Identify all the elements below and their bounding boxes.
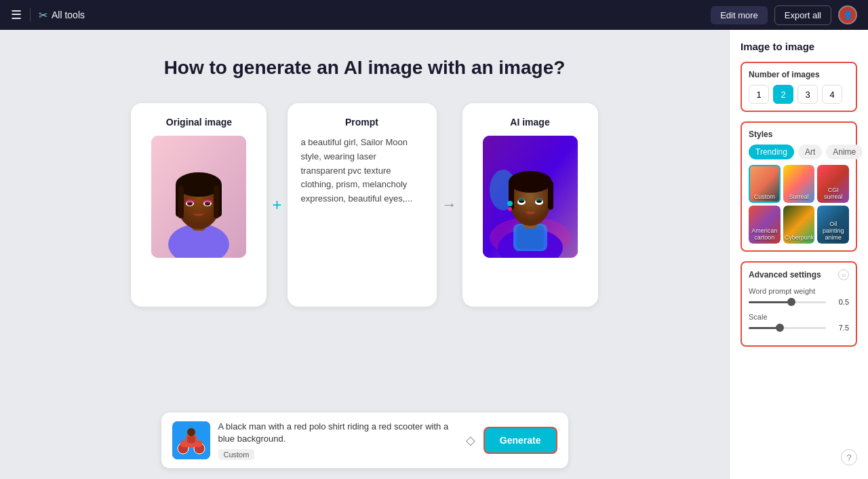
svg-rect-6: [178, 186, 184, 218]
style-tabs: Trending Art Anime: [749, 145, 849, 159]
style-item-cyberpunk[interactable]: Cyberpunk: [783, 206, 815, 244]
word-prompt-label: Word prompt weight: [749, 287, 849, 295]
style-item-american[interactable]: American cartoon: [749, 206, 781, 244]
generate-button[interactable]: Generate: [484, 427, 557, 454]
number-button-4[interactable]: 4: [822, 85, 842, 104]
scale-slider-track[interactable]: [749, 327, 826, 329]
ai-image: [483, 136, 578, 258]
ai-label: AI image: [510, 117, 549, 128]
svg-point-27: [508, 207, 512, 211]
svg-point-23: [509, 171, 552, 193]
number-button-1[interactable]: 1: [749, 85, 769, 104]
number-label: Number of images: [749, 70, 849, 79]
word-prompt-slider-fill: [749, 301, 791, 303]
ai-image-card: AI image: [462, 103, 598, 307]
export-all-button[interactable]: Export all: [774, 5, 831, 25]
style-name-cyberpunk: Cyberpunk: [783, 233, 815, 242]
svg-point-13: [185, 199, 195, 204]
svg-point-33: [536, 198, 542, 201]
style-item-surreal[interactable]: Surreal: [783, 165, 815, 203]
style-name-oilpaint: Oil painting anime: [817, 219, 849, 242]
avatar[interactable]: 👤: [838, 5, 857, 24]
word-prompt-slider-thumb[interactable]: [787, 298, 795, 306]
tools-icon: ✂: [39, 9, 47, 22]
svg-rect-40: [187, 436, 195, 443]
word-prompt-value: 0.5: [830, 298, 849, 306]
word-prompt-slider-row: 0.5: [749, 298, 849, 306]
nav-right: Edit more Export all 👤: [711, 5, 857, 25]
tab-art[interactable]: Art: [798, 145, 822, 159]
number-button-2[interactable]: 2: [773, 85, 793, 104]
content-area: How to generate an AI image with an imag…: [0, 30, 729, 479]
advanced-title: Advanced settings: [749, 270, 821, 280]
styles-label: Styles: [749, 130, 849, 139]
style-name-cgi: CGI surreal: [817, 185, 849, 202]
bottom-thumbnail: [172, 421, 210, 459]
nav-title-area: ✂ All tools: [39, 9, 85, 22]
hamburger-icon[interactable]: ☰: [11, 7, 22, 22]
svg-rect-20: [517, 225, 544, 249]
number-button-3[interactable]: 3: [797, 85, 818, 104]
style-name-custom: Custom: [749, 192, 781, 202]
prompt-text: a beautiful girl, Sailor Moon style, wea…: [301, 136, 423, 293]
bottom-tag: Custom: [218, 449, 255, 460]
number-of-images-section: Number of images 1 2 3 4: [741, 62, 857, 112]
svg-point-14: [203, 199, 212, 204]
right-panel: Image to image Number of images 1 2 3 4 …: [729, 30, 868, 479]
svg-point-26: [507, 201, 513, 206]
style-name-american: American cartoon: [749, 226, 781, 242]
style-item-cgi[interactable]: CGI surreal: [817, 165, 849, 203]
prompt-card: Prompt a beautiful girl, Sailor Moon sty…: [288, 103, 437, 307]
scale-group: Scale 7.5: [749, 313, 849, 332]
svg-rect-25: [548, 181, 553, 210]
diamond-icon-button[interactable]: ◇: [466, 433, 475, 448]
scale-value: 7.5: [830, 324, 849, 332]
original-label: Original image: [166, 117, 232, 128]
svg-point-32: [518, 198, 525, 201]
demo-row: Original image: [131, 103, 597, 307]
tab-anime[interactable]: Anime: [826, 145, 863, 159]
close-advanced-button[interactable]: ○: [838, 269, 849, 280]
original-image: [151, 136, 246, 258]
main-layout: How to generate an AI image with an imag…: [0, 30, 868, 479]
advanced-settings-section: Advanced settings ○ Word prompt weight 0…: [741, 261, 857, 347]
page-title: How to generate an AI image with an imag…: [164, 57, 566, 79]
scale-label: Scale: [749, 313, 849, 321]
original-image-card: Original image: [131, 103, 267, 307]
svg-point-39: [187, 428, 195, 436]
bottom-prompt-text: A black man with a red polo shirt riding…: [218, 421, 458, 445]
nav-left: ☰ ✂ All tools: [11, 7, 85, 22]
bottom-icons: ◇: [466, 433, 475, 448]
style-item-custom[interactable]: Custom: [749, 165, 781, 203]
bottom-bar: A black man with a red polo shirt riding…: [161, 413, 568, 468]
style-item-oilpaint[interactable]: Oil painting anime: [817, 206, 849, 244]
advanced-header: Advanced settings ○: [749, 269, 849, 280]
word-prompt-slider-track[interactable]: [749, 301, 826, 303]
style-thumb-custom: [749, 165, 781, 203]
number-row: 1 2 3 4: [749, 85, 849, 104]
bottom-text-area: A black man with a red polo shirt riding…: [218, 421, 458, 460]
styles-section: Styles Trending Art Anime Custom Surreal: [741, 121, 857, 252]
scale-slider-row: 7.5: [749, 324, 849, 332]
word-prompt-weight-group: Word prompt weight 0.5: [749, 287, 849, 306]
arrow-connector: →: [442, 196, 457, 214]
bottom-help: ?: [741, 449, 857, 468]
panel-title: Image to image: [741, 41, 857, 52]
prompt-label: Prompt: [345, 117, 378, 128]
plus-connector: +: [272, 195, 281, 214]
tab-trending[interactable]: Trending: [749, 145, 794, 159]
top-navigation: ☰ ✂ All tools Edit more Export all 👤: [0, 0, 868, 30]
style-name-surreal: Surreal: [783, 192, 815, 202]
scale-slider-thumb[interactable]: [776, 324, 784, 332]
edit-more-button[interactable]: Edit more: [711, 6, 768, 24]
svg-rect-8: [214, 186, 219, 218]
help-icon-button[interactable]: ?: [841, 449, 857, 465]
style-grid: Custom Surreal CGI surreal American cart…: [749, 165, 849, 244]
nav-title-text: All tools: [52, 9, 85, 20]
nav-divider: [30, 8, 31, 22]
